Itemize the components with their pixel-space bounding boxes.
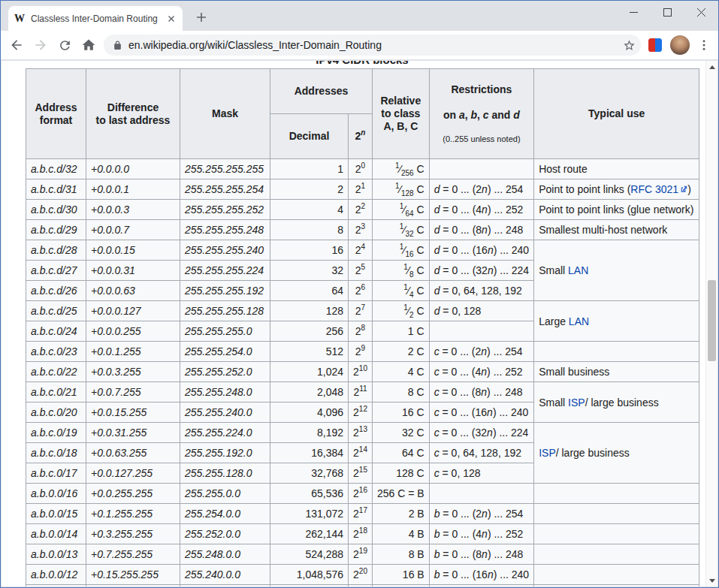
cell-mask: 255.224.0.0 xyxy=(180,585,270,587)
cell-typical-use xyxy=(534,585,699,587)
cell-address-format: a.b.c.d/32 xyxy=(26,159,86,179)
cell-typical-use: Smallest multi-host network xyxy=(534,220,699,240)
home-button[interactable] xyxy=(77,33,101,57)
minimize-button[interactable] xyxy=(617,1,651,23)
cell-relative-class: 1⁄4 C xyxy=(373,281,430,301)
address-bar[interactable]: en.wikipedia.org/wiki/Classless_Inter-Do… xyxy=(104,35,641,56)
cell-mask: 255.255.255.192 xyxy=(180,281,270,301)
cell-addresses-decimal: 1,048,576 xyxy=(270,565,349,585)
cell-mask: 255.254.0.0 xyxy=(180,504,270,524)
cell-mask: 255.255.224.0 xyxy=(180,423,270,443)
scrollbar-thumb[interactable] xyxy=(708,280,716,361)
header-relative-class: Relative to class A, B, C xyxy=(373,69,430,159)
maximize-button[interactable] xyxy=(651,1,684,23)
cell-mask: 255.255.192.0 xyxy=(180,443,270,463)
wiki-link[interactable]: ISP xyxy=(539,447,556,459)
wikipedia-favicon-icon: W xyxy=(14,13,26,25)
padlock-icon[interactable] xyxy=(113,41,122,50)
cell-difference: +0.0.0.3 xyxy=(86,200,180,220)
cell-restrictions: c = 0, 64, 128, 192 xyxy=(429,443,534,463)
cell-typical-use xyxy=(534,484,699,504)
cell-addresses-decimal: 262,144 xyxy=(270,524,349,544)
header-difference: Difference to last address xyxy=(86,69,180,159)
wiki-link[interactable]: LAN xyxy=(568,264,588,276)
back-button[interactable] xyxy=(5,33,29,57)
cell-address-format: a.b.c.0/21 xyxy=(26,382,86,403)
cell-typical-use xyxy=(534,544,699,565)
cell-restrictions: b = 0 ... (2n) ... 254 xyxy=(429,504,534,524)
cell-addresses-decimal: 2,097,152 xyxy=(270,585,349,587)
cell-mask: 255.255.255.0 xyxy=(180,321,270,342)
cell-address-format: a.b.c.0/22 xyxy=(26,362,86,382)
cell-relative-class: 16 C xyxy=(373,403,430,423)
cell-addresses-power: 214 xyxy=(349,443,373,463)
cell-mask: 255.255.255.240 xyxy=(180,240,270,261)
wiki-link[interactable]: LAN xyxy=(569,315,589,327)
cell-addresses-decimal: 8 xyxy=(270,220,349,240)
cell-address-format: a.b.c.d/29 xyxy=(26,220,86,240)
cell-relative-class: 32 B xyxy=(373,585,430,587)
cell-restrictions: d = 0 ... (4n) ... 252 xyxy=(429,200,534,220)
scroll-down-button[interactable] xyxy=(706,574,718,586)
cell-typical-use: Host route xyxy=(534,159,699,179)
cell-address-format: a.b.c.d/31 xyxy=(26,179,86,200)
back-arrow-icon xyxy=(9,38,24,53)
profile-avatar[interactable] xyxy=(670,35,690,55)
cell-address-format: a.b.c.d/26 xyxy=(26,281,86,301)
cell-difference: +0.0.0.31 xyxy=(86,261,180,281)
cell-restrictions: d = 0 ... (2n) ... 254 xyxy=(429,179,534,200)
table-row: a.b.0.0/16+0.0.255.255255.255.0.065,5362… xyxy=(26,484,699,504)
cell-mask: 255.255.252.0 xyxy=(180,362,270,382)
cell-restrictions xyxy=(429,159,534,179)
scroll-up-button[interactable] xyxy=(706,61,718,73)
scrollbar[interactable] xyxy=(705,61,717,586)
header-typical-use: Typical use xyxy=(534,69,699,159)
table-row: a.b.c.0/21+0.0.7.255255.255.248.02,04821… xyxy=(26,382,699,403)
cell-addresses-power: 213 xyxy=(349,423,373,443)
cell-mask: 255.248.0.0 xyxy=(180,544,270,565)
browser-tab[interactable]: W Classless Inter-Domain Routing xyxy=(8,6,183,31)
cell-addresses-decimal: 65,536 xyxy=(270,484,349,504)
plus-icon xyxy=(196,12,207,23)
cell-mask: 255.255.254.0 xyxy=(180,342,270,362)
cell-typical-use: Small LAN xyxy=(534,240,699,301)
cell-mask: 255.255.255.248 xyxy=(180,220,270,240)
cell-relative-class: 64 C xyxy=(373,443,430,463)
reload-button[interactable] xyxy=(53,33,77,57)
bookmark-star-button[interactable] xyxy=(620,36,638,54)
cell-addresses-decimal: 16,384 xyxy=(270,443,349,463)
tab-close-icon[interactable] xyxy=(165,13,177,25)
cell-addresses-power: 210 xyxy=(349,362,373,382)
table-caption: IPv4 CIDR blocks xyxy=(26,61,699,68)
header-addresses: Addresses xyxy=(270,69,373,114)
extension-button[interactable] xyxy=(644,34,666,56)
table-header: Address format Difference to last addres… xyxy=(26,69,699,159)
table-row: a.b.c.d/32+0.0.0.0255.255.255.2551201⁄25… xyxy=(26,159,699,179)
table-row: a.b.0.0/11+0.31.255.255255.224.0.02,097,… xyxy=(26,585,699,587)
cell-address-format: a.b.0.0/12 xyxy=(26,565,86,585)
cell-address-format: a.b.c.d/27 xyxy=(26,261,86,281)
cell-mask: 255.255.240.0 xyxy=(180,403,270,423)
cell-difference: +0.0.0.1 xyxy=(86,179,180,200)
cell-difference: +0.0.255.255 xyxy=(86,484,180,504)
cell-typical-use xyxy=(534,565,699,585)
maximize-icon xyxy=(663,8,672,17)
wiki-link[interactable]: RFC 3021 xyxy=(630,183,678,195)
close-button[interactable] xyxy=(684,1,718,23)
table-row: a.b.c.0/22+0.0.3.255255.255.252.01,02421… xyxy=(26,362,699,382)
header-decimal: Decimal xyxy=(270,114,349,159)
cell-restrictions: d = 0 ... (8n) ... 248 xyxy=(429,220,534,240)
new-tab-button[interactable] xyxy=(192,8,211,27)
cell-relative-class: 1⁄8 C xyxy=(373,261,430,281)
forward-arrow-icon xyxy=(33,38,48,53)
cell-difference: +0.31.255.255 xyxy=(86,585,180,587)
cell-addresses-power: 28 xyxy=(349,321,373,342)
cell-addresses-decimal: 2,048 xyxy=(270,382,349,403)
cell-address-format: a.b.c.d/25 xyxy=(26,301,86,321)
browser-menu-button[interactable] xyxy=(693,35,714,56)
wiki-link[interactable]: ISP xyxy=(568,397,585,409)
cell-relative-class: 128 C xyxy=(373,463,430,484)
cell-restrictions: c = 0 ... (4n) ... 252 xyxy=(429,362,534,382)
forward-button[interactable] xyxy=(29,33,53,57)
minimize-icon xyxy=(630,8,638,17)
